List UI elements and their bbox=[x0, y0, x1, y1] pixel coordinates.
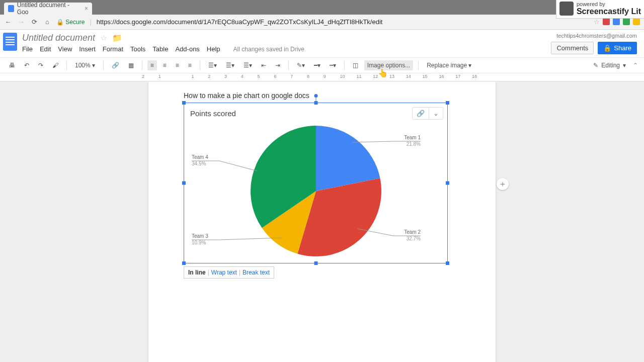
paragraph-text[interactable]: How to make a pie chart on google docs bbox=[184, 92, 460, 100]
indent-icon[interactable]: ⇥ bbox=[272, 60, 283, 70]
wrap-break[interactable]: Break text bbox=[243, 269, 270, 276]
menu-insert[interactable]: Insert bbox=[79, 45, 96, 53]
border-dash-icon[interactable]: ┅▾ bbox=[327, 60, 339, 70]
ext-icon[interactable] bbox=[603, 18, 610, 25]
menu-addons[interactable]: Add-ons bbox=[175, 45, 199, 53]
star-icon[interactable]: ☆ bbox=[594, 18, 600, 26]
menu-tools[interactable]: Tools bbox=[130, 45, 145, 53]
redo-icon[interactable]: ↷ bbox=[35, 60, 46, 70]
replace-image-button[interactable]: Replace image ▾ bbox=[424, 60, 474, 70]
share-button[interactable]: 🔒 Share bbox=[598, 42, 637, 54]
watermark-brand: Screencastify Lit bbox=[577, 7, 641, 16]
wrap-inline[interactable]: In line bbox=[188, 269, 206, 276]
back-icon[interactable]: ← bbox=[4, 18, 12, 26]
zoom-select[interactable]: 100% ▾ bbox=[72, 60, 98, 70]
slice-label: Team 1 bbox=[404, 135, 421, 140]
align-center-icon[interactable]: ≡ bbox=[160, 60, 170, 70]
slice-percent: 21.8% bbox=[407, 141, 421, 147]
address-bar[interactable]: https://docs.google.com/document/d/1A7rE… bbox=[97, 18, 383, 26]
home-icon[interactable]: ⌂ bbox=[43, 18, 51, 26]
text-wrap-toolbar: In line | Wrap text | Break text bbox=[184, 266, 274, 279]
close-tab-icon[interactable]: × bbox=[85, 5, 88, 12]
screencastify-watermark: powered by Screencastify Lit bbox=[556, 0, 644, 19]
edit-mode-icon: ✎ bbox=[593, 62, 598, 69]
align-left-icon[interactable]: ≡ bbox=[147, 60, 157, 70]
menu-view[interactable]: View bbox=[58, 45, 72, 53]
comments-button[interactable]: Comments bbox=[551, 42, 594, 54]
chart-object[interactable]: Points scored 🔗 ⌄ Team 121.8%Team 232.7%… bbox=[184, 103, 448, 263]
folder-icon[interactable]: 📁 bbox=[112, 33, 122, 43]
border-weight-icon[interactable]: ━▾ bbox=[311, 60, 324, 70]
menu-edit[interactable]: Edit bbox=[40, 45, 51, 53]
crop-icon[interactable]: ◫ bbox=[350, 60, 361, 70]
paint-format-icon[interactable]: 🖌 bbox=[49, 60, 61, 70]
align-justify-icon[interactable]: ≡ bbox=[185, 60, 195, 70]
slice-percent: 34.5% bbox=[192, 161, 206, 166]
slice-percent: 32.7% bbox=[407, 236, 421, 241]
account-email[interactable]: techtips4chromsters@gmail.com bbox=[551, 33, 637, 39]
checklist-icon[interactable]: ☰▾ bbox=[240, 60, 255, 70]
editing-mode[interactable]: Editing bbox=[601, 62, 620, 69]
wrap-text[interactable]: Wrap text bbox=[211, 269, 237, 276]
browser-tab-title: Untitled document - Goo bbox=[17, 2, 82, 16]
ext-icon[interactable] bbox=[613, 18, 620, 25]
screencastify-icon bbox=[559, 2, 574, 16]
link-icon[interactable]: 🔗 bbox=[109, 60, 122, 70]
menu-table[interactable]: Table bbox=[152, 45, 168, 53]
ext-icon[interactable] bbox=[633, 18, 640, 25]
watermark-sub: powered by bbox=[577, 1, 605, 7]
menu-format[interactable]: Format bbox=[103, 45, 123, 53]
numbered-list-icon[interactable]: ☰▾ bbox=[205, 60, 220, 70]
slice-label: Team 2 bbox=[404, 229, 421, 235]
print-icon[interactable]: 🖶 bbox=[6, 60, 18, 70]
browser-tab[interactable]: Untitled document - Goo × bbox=[4, 3, 92, 15]
share-label: Share bbox=[614, 44, 631, 52]
ruler[interactable]: 21123456789101112131415161718 bbox=[0, 73, 644, 81]
add-comment-fab[interactable]: ＋ bbox=[497, 178, 509, 190]
lock-icon: 🔒 bbox=[603, 44, 611, 52]
pie-chart: Team 121.8%Team 232.7%Team 310.9%Team 43… bbox=[184, 103, 448, 264]
docs-favicon bbox=[8, 5, 14, 12]
slice-label: Team 4 bbox=[192, 154, 208, 160]
menu-file[interactable]: File bbox=[22, 45, 33, 53]
border-color-icon[interactable]: ✎▾ bbox=[294, 60, 308, 70]
rotate-handle[interactable] bbox=[314, 94, 317, 98]
bulleted-list-icon[interactable]: ☰▾ bbox=[223, 60, 237, 70]
outdent-icon[interactable]: ⇤ bbox=[258, 60, 269, 70]
secure-badge: 🔒 Secure bbox=[56, 19, 85, 26]
comment-add-icon[interactable]: ▦ bbox=[125, 60, 137, 70]
align-right-icon[interactable]: ≡ bbox=[173, 60, 182, 70]
google-docs-logo[interactable] bbox=[3, 33, 17, 51]
undo-icon[interactable]: ↶ bbox=[21, 60, 32, 70]
slice-label: Team 3 bbox=[192, 233, 208, 239]
slice-percent: 10.9% bbox=[192, 240, 206, 245]
reload-icon[interactable]: ⟳ bbox=[30, 18, 38, 26]
menu-help[interactable]: Help bbox=[207, 45, 220, 53]
document-title[interactable]: Untitled document bbox=[22, 33, 95, 43]
expand-icon[interactable]: ⌃ bbox=[633, 62, 638, 69]
star-doc-icon[interactable]: ☆ bbox=[100, 33, 107, 43]
document-page[interactable]: How to make a pie chart on google docs P… bbox=[148, 81, 496, 362]
save-status: All changes saved in Drive bbox=[233, 46, 304, 53]
image-options-button[interactable]: Image options... bbox=[364, 60, 413, 70]
forward-icon[interactable]: → bbox=[17, 18, 25, 26]
ext-icon[interactable] bbox=[623, 18, 630, 25]
